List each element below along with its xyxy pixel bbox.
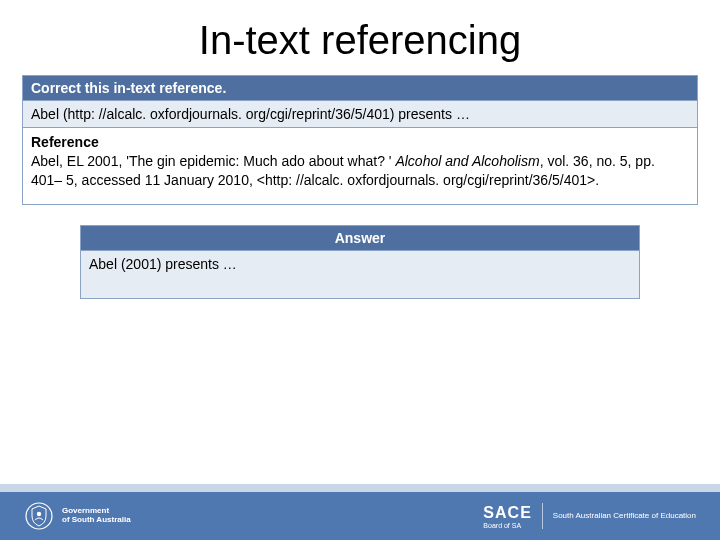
sace-block: SACE Board of SA South Australian Certif… [483,503,696,529]
reference-text-italic: Alcohol and Alcoholism [395,153,539,169]
gov-line2: of South Australia [62,516,131,525]
gov-logo: Government of South Australia [24,501,131,531]
answer-text: Abel (2001) presents … [81,251,639,298]
shield-icon [24,501,54,531]
sace-logo-text: SACE [483,504,531,522]
question-panel: Correct this in-text reference. Abel (ht… [22,75,698,205]
gov-text: Government of South Australia [62,507,131,525]
slide-title: In-text referencing [0,0,720,75]
sace-logo-group: SACE Board of SA [483,504,531,529]
reference-text-part1: Abel, EL 2001, 'The gin epidemic: Much a… [31,153,395,169]
sace-right-text: South Australian Certificate of Educatio… [553,511,696,521]
footer-bar: Government of South Australia SACE Board… [0,484,720,540]
vertical-divider [542,503,543,529]
answer-panel: Answer Abel (2001) presents … [80,225,640,299]
reference-text: Abel, EL 2001, 'The gin epidemic: Much a… [31,153,655,188]
reference-body: Reference Abel, EL 2001, 'The gin epidem… [23,128,697,204]
sace-sub-text: Board of SA [483,522,531,529]
answer-header: Answer [81,226,639,251]
reference-label: Reference [31,133,689,152]
question-example: Abel (http: //alcalc. oxfordjournals. or… [23,101,697,128]
question-header: Correct this in-text reference. [23,76,697,101]
svg-point-1 [37,512,41,516]
